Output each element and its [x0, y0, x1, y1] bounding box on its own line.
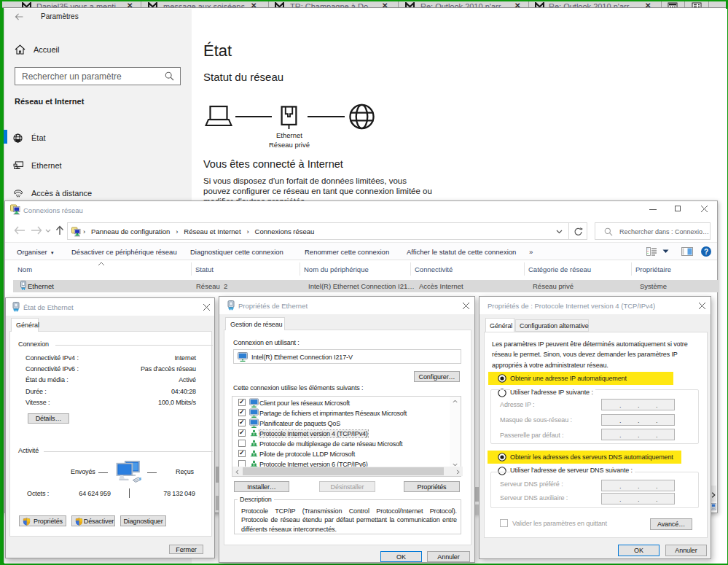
svg-text:?: ?	[704, 248, 708, 256]
